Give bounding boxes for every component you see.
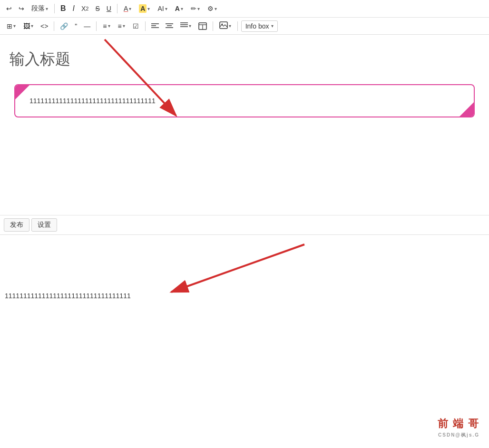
watermark-line2: CSDN@枫js.G xyxy=(438,432,479,438)
image-icon: 🖼 xyxy=(23,22,30,30)
infobox-label: Info box xyxy=(245,22,269,30)
settings-button[interactable]: 设置 xyxy=(31,218,57,232)
numbered-chevron: ▾ xyxy=(123,23,125,29)
preview-area: 1111111111111111111111111111111111 xyxy=(0,235,489,378)
align-icon xyxy=(180,22,188,30)
font-color-label: A xyxy=(124,5,128,12)
table-icon: ⊞ xyxy=(7,22,12,30)
code-button[interactable]: <> xyxy=(38,21,50,31)
sep3 xyxy=(54,21,54,31)
font-color-select[interactable]: A ▾ xyxy=(121,3,134,14)
sep4 xyxy=(96,21,97,31)
image2-chevron: ▾ xyxy=(229,23,231,29)
table-select[interactable]: ⊞ ▾ xyxy=(4,21,19,31)
link-button[interactable]: 🔗 xyxy=(58,21,70,31)
bold-button[interactable]: B xyxy=(58,3,68,14)
table2-button[interactable] xyxy=(196,21,209,31)
image2-select[interactable]: ▾ xyxy=(216,20,234,32)
align-center-button[interactable] xyxy=(163,21,176,31)
highlight-chevron: ▾ xyxy=(147,6,150,11)
infobox-chevron: ▾ xyxy=(271,23,274,29)
ai-chevron: ▾ xyxy=(165,6,167,11)
more-select[interactable]: ⚙ ▾ xyxy=(205,3,220,14)
paragraph-label: 段落 xyxy=(31,4,45,13)
info-box-content[interactable]: 1111111111111111111111111111111111 xyxy=(25,97,156,105)
toolbar-row2: ⊞ ▾ 🖼 ▾ <> 🔗 " — ≡ ▾ ≡ ▾ ☑ xyxy=(0,18,489,35)
font-size-chevron: ▾ xyxy=(181,6,183,11)
arrow2-svg xyxy=(0,235,489,378)
sep2 xyxy=(117,4,117,13)
table-chevron: ▾ xyxy=(13,23,16,29)
bullet-chevron: ▾ xyxy=(108,23,110,29)
underline-button[interactable]: U xyxy=(104,3,114,14)
svg-line-17 xyxy=(171,244,304,292)
todo-select[interactable]: ☑ xyxy=(130,21,142,31)
bullet-list-select[interactable]: ≡ ▾ xyxy=(100,21,113,31)
numbered-list-select[interactable]: ≡ ▾ xyxy=(115,21,128,31)
eraser-chevron: ▾ xyxy=(197,6,200,11)
editor-container: 输入标题 1111111111111111111111111111111111 xyxy=(0,35,489,215)
sep6 xyxy=(213,21,213,31)
highlight-select[interactable]: A ▾ xyxy=(136,3,153,14)
eraser-select[interactable]: ✏ ▾ xyxy=(188,3,203,14)
highlight-icon: A xyxy=(139,5,147,12)
more-chevron: ▾ xyxy=(215,6,217,11)
font-color-chevron: ▾ xyxy=(129,6,131,11)
sep1 xyxy=(54,4,55,13)
align-left-button[interactable] xyxy=(149,21,161,31)
redo-button[interactable]: ↪ xyxy=(16,3,27,14)
align-select[interactable]: ▾ xyxy=(177,20,194,31)
image2-icon xyxy=(219,21,228,30)
paragraph-select[interactable]: 段落 ▾ xyxy=(29,3,51,14)
image-chevron: ▾ xyxy=(31,23,33,29)
undo-button[interactable]: ↩ xyxy=(4,3,14,14)
image-select[interactable]: 🖼 ▾ xyxy=(20,21,36,31)
infobox-dropdown[interactable]: Info box ▾ xyxy=(241,20,278,32)
publish-button[interactable]: 发布 xyxy=(4,218,29,232)
watermark-line1: 前 端 哥 xyxy=(438,417,479,431)
preview-content: 1111111111111111111111111111111111 xyxy=(5,292,484,300)
eraser-icon: ✏ xyxy=(191,5,196,12)
sep7 xyxy=(237,21,238,31)
ai-select[interactable]: AI ▾ xyxy=(155,3,170,14)
bottom-toolbar: 发布 设置 xyxy=(0,215,489,235)
ai-label: AI xyxy=(157,5,164,12)
toolbar-row1: ↩ ↪ 段落 ▾ B I X2 S U A ▾ A ▾ AI ▾ A xyxy=(0,0,489,18)
editor-title[interactable]: 输入标题 xyxy=(10,49,479,70)
strikethrough-button[interactable]: S xyxy=(93,3,102,14)
watermark: 前 端 哥 CSDN@枫js.G xyxy=(438,417,479,438)
font-size-select[interactable]: A ▾ xyxy=(172,3,186,14)
divider-button[interactable]: — xyxy=(81,21,93,31)
more-icon: ⚙ xyxy=(207,5,214,12)
font-size-label: A xyxy=(175,5,180,12)
subscript-button[interactable]: X2 xyxy=(79,3,91,14)
todo-icon: ☑ xyxy=(133,22,139,30)
paragraph-chevron: ▾ xyxy=(46,6,48,11)
quote-button[interactable]: " xyxy=(72,21,79,31)
italic-button[interactable]: I xyxy=(70,3,77,14)
svg-rect-12 xyxy=(220,22,227,29)
info-box: 1111111111111111111111111111111111 xyxy=(14,84,475,117)
sep5 xyxy=(145,21,146,31)
bullet-list-icon: ≡ xyxy=(103,22,107,30)
align-chevron: ▾ xyxy=(189,23,191,29)
page-wrapper: ↩ ↪ 段落 ▾ B I X2 S U A ▾ A ▾ AI ▾ A xyxy=(0,0,489,378)
numbered-list-icon: ≡ xyxy=(118,22,122,30)
